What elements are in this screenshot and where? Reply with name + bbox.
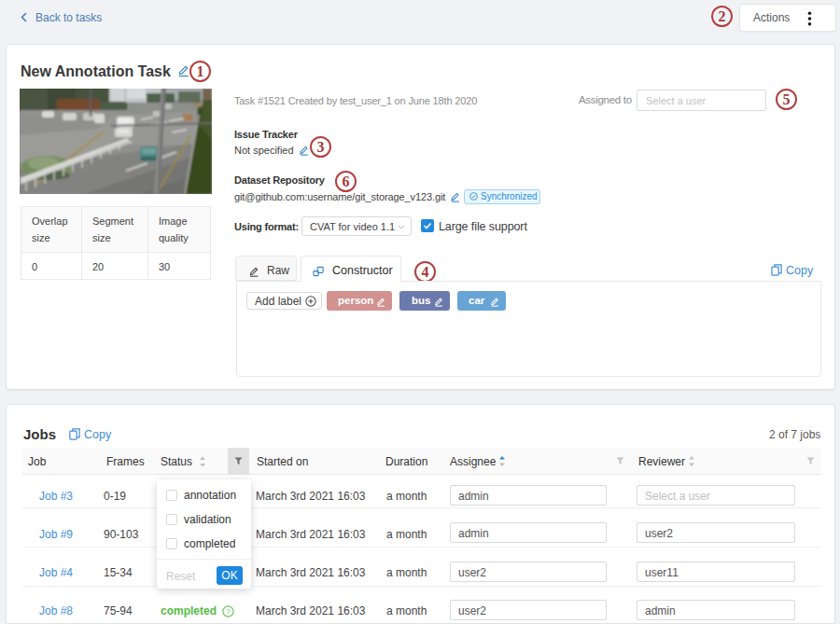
svg-text:?: ? <box>226 607 231 616</box>
